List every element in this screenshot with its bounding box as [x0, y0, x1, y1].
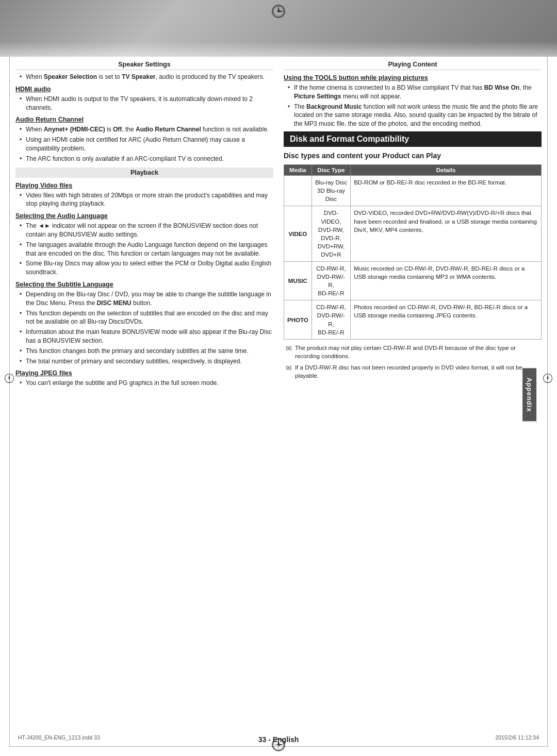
list-item: The ◄► indicator will not appear on the … [20, 222, 273, 239]
svg-point-21 [547, 377, 549, 379]
list-item: The total number of primary and secondar… [20, 357, 273, 366]
svg-point-13 [277, 744, 280, 746]
table-cell-details-bluray: BD-ROM or BD-RE/-R disc recorded in the … [351, 176, 542, 206]
note-item-1: ✉ The product may not play certain CD-RW… [284, 344, 542, 360]
left-column: Speaker Settings When Speaker Selection … [15, 59, 273, 730]
list-item: Depending on the Blu-ray Disc / DVD, you… [20, 290, 273, 308]
list-item: When HDMI audio is output to the TV spea… [20, 95, 273, 112]
playback-section-box: Playback [15, 167, 273, 178]
list-item: When Anynet+ (HDMI-CEC) is Off, the Audi… [20, 125, 273, 134]
using-tools-title: Using the TOOLS button while playing pic… [284, 74, 542, 81]
table-header-disc-type: Disc Type [312, 165, 350, 176]
selecting-subtitle-language-title: Selecting the Subtitle Language [15, 281, 273, 288]
playing-jpeg-files-list: You can't enlarge the subtitle and PG gr… [15, 379, 273, 388]
table-cell-details-photo: Photos recorded on CD-RW/-R, DVD-RW/-R, … [351, 300, 542, 339]
right-column-wrapper: Playing Content Using the TOOLS button w… [284, 59, 542, 730]
using-tools-list: If the home cinema is connected to a BD … [284, 83, 542, 128]
compass-bottom-icon [271, 737, 286, 752]
list-item: You can't enlarge the subtitle and PG gr… [20, 379, 273, 388]
list-item: The ARC function is only available if an… [20, 155, 273, 163]
table-row: MUSIC CD-RW/-R,DVD-RW/-R,BD-RE/-R Music … [284, 262, 542, 300]
table-row: Blu-ray Disc3D Blu-ray Disc BD-ROM or BD… [284, 176, 542, 206]
playing-video-files-title: Playing Video files [15, 182, 273, 189]
table-cell-media-music: MUSIC [284, 262, 312, 300]
table-cell-media-bluray [284, 176, 312, 206]
playing-content-title: Playing Content [284, 59, 542, 70]
speaker-settings-list: When Speaker Selection is set to TV Spea… [15, 73, 273, 81]
note-icon-1: ✉ [286, 344, 292, 354]
list-item: Video files with high bitrates of 20Mbps… [20, 191, 273, 209]
table-cell-disc-bluray: Blu-ray Disc3D Blu-ray Disc [312, 176, 350, 206]
table-cell-details-music: Music recorded on CD-RW/-R, DVD-RW/-R, B… [351, 262, 542, 300]
footer-right: 2015/2/6 11:12:34 [495, 734, 539, 741]
footer-left: HT-J4200_EN-ENG_1213.indd 33 [18, 734, 100, 741]
svg-point-17 [9, 377, 10, 379]
hdmi-audio-title: HDMI audio [15, 86, 273, 93]
content-area: Speaker Settings When Speaker Selection … [15, 59, 542, 730]
list-item: When Speaker Selection is set to TV Spea… [20, 73, 273, 81]
table-row: PHOTO CD-RW/-R,DVD-RW/-R,BD-RE/-R Photos… [284, 300, 542, 339]
hdmi-audio-list: When HDMI audio is output to the TV spea… [15, 95, 273, 112]
list-item: Using an HDMI cable not certified for AR… [20, 136, 273, 153]
list-item: The Background Music function will not w… [288, 103, 542, 128]
right-column: Playing Content Using the TOOLS button w… [284, 59, 542, 380]
list-item: If the home cinema is connected to a BD … [288, 83, 542, 101]
table-cell-media-photo: PHOTO [284, 300, 312, 339]
note-text-2: If a DVD-RW/-R disc has not been recorde… [295, 363, 542, 380]
table-cell-details-video: DVD-VIDEO, recorded DVD+RW/DVD-RW(V)/DVD… [351, 206, 542, 262]
table-header-details: Details [351, 165, 542, 176]
selecting-subtitle-language-list: Depending on the Blu-ray Disc / DVD, you… [15, 290, 273, 365]
svg-point-6 [277, 10, 280, 12]
list-item: This function depends on the selection o… [20, 309, 273, 327]
playing-jpeg-files-title: Playing JPEG files [15, 369, 273, 377]
playing-video-files-list: Video files with high bitrates of 20Mbps… [15, 191, 273, 209]
compatibility-table: Media Disc Type Details Blu-ray Disc3D B… [284, 164, 542, 340]
selecting-audio-language-list: The ◄► indicator will not appear on the … [15, 222, 273, 277]
selecting-audio-language-title: Selecting the Audio Language [15, 212, 273, 220]
disc-types-heading: Disc types and content your Product can … [284, 151, 542, 160]
list-item: This function changes both the primary a… [20, 347, 273, 356]
appendix-label: Appendix [522, 368, 536, 421]
note-icon-2: ✉ [286, 363, 292, 374]
table-cell-media-video: VIDEO [284, 206, 312, 262]
table-row: VIDEO DVD-VIDEO,DVD-RW,DVD-R,DVD+RW,DVD+… [284, 206, 542, 262]
table-header-media: Media [284, 165, 312, 176]
compass-left-icon [4, 373, 14, 383]
note-item-2: ✉ If a DVD-RW/-R disc has not been recor… [284, 363, 542, 380]
compass-right-icon [543, 373, 553, 383]
list-item: Some Blu-ray Discs may allow you to sele… [20, 259, 273, 277]
audio-return-channel-title: Audio Return Channel [15, 116, 273, 123]
audio-return-channel-list: When Anynet+ (HDMI-CEC) is Off, the Audi… [15, 125, 273, 163]
notes-area: ✉ The product may not play certain CD-RW… [284, 344, 542, 380]
speaker-settings-title: Speaker Settings [15, 59, 273, 70]
disk-format-main-title: Disk and Format Compatibility [284, 131, 542, 147]
list-item: Information about the main feature BONUS… [20, 328, 273, 345]
table-cell-disc-music: CD-RW/-R,DVD-RW/-R,BD-RE/-R [312, 262, 350, 300]
compass-top-icon [271, 4, 286, 19]
list-item: The languages available through the Audi… [20, 241, 273, 258]
note-text-1: The product may not play certain CD-RW/-… [295, 344, 542, 360]
table-cell-disc-photo: CD-RW/-R,DVD-RW/-R,BD-RE/-R [312, 300, 350, 339]
table-cell-disc-video: DVD-VIDEO,DVD-RW,DVD-R,DVD+RW,DVD+R [312, 206, 350, 262]
